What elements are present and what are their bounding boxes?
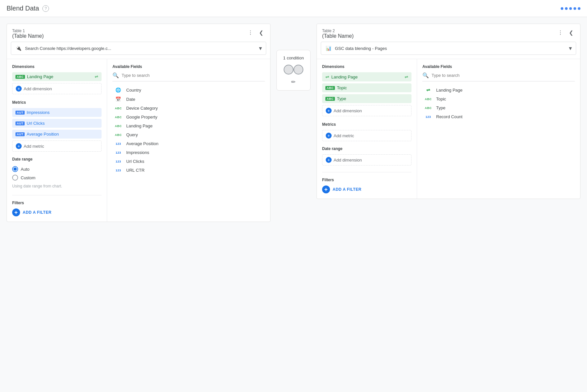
table1-field-impressions[interactable]: 123 Impressions — [112, 148, 265, 157]
table1-field-123-3: 123 — [114, 160, 123, 163]
table1-metric-aut2: AUT — [15, 121, 25, 125]
table2-filters-title: Filters — [322, 178, 411, 182]
join-condition-box[interactable]: 1 condition ✏ — [276, 50, 311, 91]
table1-metric-impressions[interactable]: AUT Impressions — [12, 108, 102, 117]
table1-field-lp-label: Landing Page — [126, 123, 153, 128]
table2-field-abc2: ABC — [424, 106, 433, 110]
table2-date-range: Date range + Add dimension — [322, 146, 411, 165]
help-icon[interactable]: ? — [42, 5, 49, 12]
table1-filters: Filters + ADD A FILTER — [12, 195, 102, 216]
table1-field-123-1: 123 — [114, 142, 123, 145]
table1-datasource-selector[interactable]: 🔌 Search Console https://developers.goog… — [11, 42, 266, 55]
table2-metrics-title: Metrics — [322, 122, 411, 127]
table1-field-device[interactable]: ABC Device Category — [112, 104, 265, 113]
table2-add-filter-date-label: Add dimension — [334, 158, 362, 163]
table2-more-icon[interactable]: ⋮ — [556, 29, 564, 36]
table2-dim-abc1: ABC — [325, 86, 335, 90]
table1-field-date[interactable]: 📅 Date — [112, 95, 265, 104]
table1-metric-avgpos[interactable]: AUT Average Position — [12, 130, 102, 139]
table1-radio-auto-outer — [12, 166, 18, 172]
table2-available-fields: Available Fields 🔍 ⇌ Landing Page ABC To… — [417, 59, 580, 199]
table2-actions: ⋮ ❮ — [556, 29, 575, 36]
table1-add-dimension-btn[interactable]: + Add dimension — [12, 83, 102, 94]
table2-field-recordcount[interactable]: 123 Record Count — [422, 112, 575, 121]
table1-date-range-title: Date range — [12, 157, 102, 162]
table2-dimensions-title: Dimensions — [322, 64, 411, 69]
table1-field-date-label: Date — [126, 97, 135, 102]
table1-field-abc2: ABC — [114, 116, 123, 119]
table1-add-filter-label: ADD A FILTER — [23, 210, 52, 215]
table1-field-country[interactable]: 🌐 Country — [112, 85, 265, 95]
table2-dim-landingpage[interactable]: ⇌ Landing Page ⇌ — [322, 72, 411, 81]
table1-add-dim-icon: + — [16, 86, 22, 92]
table2-add-metric-btn[interactable]: + Add metric — [322, 130, 411, 141]
table1-dim-link-icon: ⇌ — [95, 74, 98, 79]
table1-field-urlctr[interactable]: 123 URL CTR — [112, 166, 265, 175]
table2-add-dimension-btn[interactable]: + Add dimension — [322, 105, 411, 116]
table1-field-globe1: 🌐 — [114, 87, 123, 93]
table1-search-input[interactable] — [122, 73, 265, 78]
table1-search-box: 🔍 — [112, 72, 265, 81]
table2-datasource-selector[interactable]: 📊 GSC data blending - Pages ▾ — [321, 42, 576, 55]
table1-radio-custom[interactable]: Custom — [12, 173, 102, 182]
edit-condition-icon[interactable]: ✏ — [291, 79, 295, 85]
table1-field-landingpage[interactable]: ABC Landing Page — [112, 121, 265, 130]
table2-dim-type[interactable]: ABC Type — [322, 94, 411, 103]
table1-add-filter-btn[interactable]: + ADD A FILTER — [12, 208, 102, 216]
table1-field-googleprop[interactable]: ABC Google Property — [112, 113, 265, 121]
table1-date-hint: Using date range from chart. — [12, 184, 102, 188]
table1-more-icon[interactable]: ⋮ — [247, 29, 254, 36]
table1-metric-aut1: AUT — [15, 111, 25, 115]
table1-field-urlclicks[interactable]: 123 Url Clicks — [112, 157, 265, 166]
table2-add-filter-label: ADD A FILTER — [333, 187, 362, 192]
table1-field-impressions-label: Impressions — [126, 150, 149, 155]
table1-panel: Table 1 (Table Name) ⋮ ❮ 🔌 Search Consol… — [7, 24, 270, 222]
table1-body: Dimensions ABC Landing Page ⇌ + Add dime… — [7, 59, 270, 222]
table2-subtitle: Table 2 — [322, 29, 354, 33]
table2-field-lp-label: Landing Page — [436, 88, 462, 93]
table2-add-filter-date-btn[interactable]: + Add dimension — [322, 154, 411, 165]
table1-field-avgpos[interactable]: 123 Average Position — [112, 139, 265, 148]
table2-field-landingpage[interactable]: ⇌ Landing Page — [422, 85, 575, 95]
table2-ds-text: GSC data blending - Pages — [335, 46, 566, 51]
table1-field-avgpos-label: Average Position — [126, 141, 158, 146]
table2-field-topic[interactable]: ABC Topic — [422, 95, 575, 103]
table2-add-filter-btn[interactable]: + ADD A FILTER — [322, 185, 411, 193]
table2-add-metric-icon: + — [326, 133, 332, 139]
table1-field-urlctr-label: URL CTR — [126, 168, 145, 173]
table1-collapse-icon[interactable]: ❮ — [257, 29, 265, 36]
table1-radio-auto[interactable]: Auto — [12, 165, 102, 173]
table2-dim-topic[interactable]: ABC Topic — [322, 83, 411, 92]
table1-search-icon: 🔍 — [112, 72, 119, 78]
table2-filter-plus-icon: + — [322, 185, 330, 193]
main-content: Table 1 (Table Name) ⋮ ❮ 🔌 Search Consol… — [0, 17, 587, 229]
venn-diagram — [284, 63, 303, 76]
table2-left: Dimensions ⇌ Landing Page ⇌ ABC Topic AB… — [317, 59, 417, 199]
table1-available-fields: Available Fields 🔍 🌐 Country 📅 Date ABC … — [107, 59, 270, 222]
table1-dim-landing-page[interactable]: ABC Landing Page ⇌ — [12, 72, 102, 81]
table1-metric-urlclicks-label: Url Clicks — [27, 121, 45, 126]
table1-metrics-title: Metrics — [12, 100, 102, 105]
table1-metric-avgpos-label: Average Position — [27, 132, 59, 137]
table1-field-query[interactable]: ABC Query — [112, 130, 265, 139]
table1-metric-urlclicks[interactable]: AUT Url Clicks — [12, 119, 102, 128]
table2-collapse-icon[interactable]: ❮ — [567, 29, 575, 36]
table1-field-urlclicks-label: Url Clicks — [126, 159, 144, 164]
table1-date-range: Date range Auto Custom Using date range … — [12, 157, 102, 188]
table2-dim-topic-label: Topic — [337, 85, 347, 90]
table2-dim-lp-label: Landing Page — [331, 75, 358, 79]
dot-1 — [561, 7, 563, 10]
table2-search-input[interactable] — [432, 73, 575, 78]
table2-title-block: Table 2 (Table Name) — [322, 29, 354, 39]
table2-dim-type-label: Type — [337, 96, 346, 101]
table2-fields-title: Available Fields — [422, 64, 575, 69]
table1-field-123-4: 123 — [114, 169, 123, 172]
table1-add-dimension-label: Add dimension — [24, 86, 52, 91]
table2-field-type[interactable]: ABC Type — [422, 103, 575, 112]
table2-body: Dimensions ⇌ Landing Page ⇌ ABC Topic AB… — [317, 59, 580, 199]
table2-search-box: 🔍 — [422, 72, 575, 81]
header-left: Blend Data ? — [7, 5, 49, 12]
table1-fields-title: Available Fields — [112, 64, 265, 69]
table1-filter-plus-icon: + — [12, 208, 20, 216]
table1-add-metric-btn[interactable]: + Add metric — [12, 141, 102, 152]
